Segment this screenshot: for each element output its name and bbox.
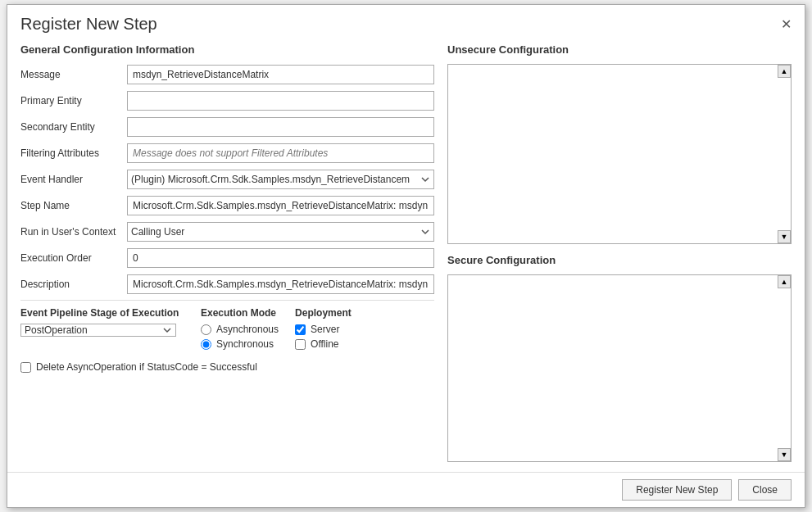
step-name-input[interactable] [127, 196, 434, 215]
sync-label[interactable]: Synchronous [216, 338, 274, 350]
secure-config-textarea[interactable] [448, 275, 776, 461]
bottom-section: Event Pipeline Stage of Execution PostOp… [20, 307, 434, 353]
title-bar: Register New Step ✕ [7, 5, 805, 40]
secure-scroll-down-button[interactable]: ▼ [778, 448, 791, 461]
filtering-attributes-input[interactable] [127, 143, 434, 163]
message-row: Message [20, 64, 434, 85]
secondary-entity-row: Secondary Entity [20, 116, 434, 138]
general-config-title: General Configuration Information [20, 43, 434, 56]
unsecure-scroll-down-button[interactable]: ▼ [778, 230, 791, 243]
execution-mode-label: Execution Mode [201, 307, 279, 319]
sync-radio-row: Synchronous [201, 338, 279, 350]
secondary-entity-label: Secondary Entity [20, 121, 127, 133]
secondary-entity-input[interactable] [127, 117, 434, 137]
event-handler-label: Event Handler [20, 174, 127, 185]
pipeline-stage-group: Event Pipeline Stage of Execution PostOp… [20, 307, 184, 337]
delete-row: Delete AsyncOperation if StatusCode = Su… [20, 361, 434, 373]
async-radio-row: Asynchronous [201, 324, 279, 335]
sync-radio[interactable] [201, 339, 211, 350]
run-user-context-label: Run in User's Context [20, 226, 127, 238]
execution-order-label: Execution Order [20, 252, 127, 264]
execution-mode-group: Execution Mode Asynchronous Synchronous [201, 307, 279, 353]
delete-async-label[interactable]: Delete AsyncOperation if StatusCode = Su… [36, 361, 257, 373]
server-checkbox[interactable] [295, 324, 306, 335]
run-user-context-select[interactable]: Calling User [127, 222, 434, 242]
offline-label[interactable]: Offline [311, 338, 338, 350]
delete-async-checkbox[interactable] [20, 362, 31, 373]
unsecure-config-textarea[interactable] [448, 65, 776, 243]
unsecure-config-box: ▲ ▼ [447, 64, 792, 244]
step-name-row: Step Name [20, 195, 434, 216]
execution-order-row: Execution Order [20, 247, 434, 269]
description-input[interactable] [127, 274, 434, 294]
secure-scroll-up-button[interactable]: ▲ [778, 275, 791, 288]
left-panel: General Configuration Information Messag… [20, 40, 434, 462]
register-new-step-button[interactable]: Register New Step [622, 479, 732, 501]
right-panel: Unsecure Configuration ▲ ▼ Secure Config… [447, 40, 792, 462]
server-checkbox-row: Server [295, 324, 352, 335]
description-row: Description [20, 274, 434, 295]
server-label[interactable]: Server [311, 324, 339, 335]
unsecure-config-section: Unsecure Configuration ▲ ▼ [447, 40, 792, 244]
secure-config-title: Secure Configuration [447, 254, 792, 266]
pipeline-stage-select[interactable]: PostOperation [20, 324, 176, 337]
primary-entity-row: Primary Entity [20, 90, 434, 111]
unsecure-config-title: Unsecure Configuration [447, 43, 792, 56]
close-x-button[interactable]: ✕ [781, 18, 792, 31]
description-label: Description [20, 279, 127, 290]
primary-entity-label: Primary Entity [20, 95, 127, 106]
message-label: Message [20, 69, 127, 80]
event-handler-row: Event Handler (Plugin) Microsoft.Crm.Sdk… [20, 169, 434, 190]
execution-order-input[interactable] [127, 248, 434, 268]
footer: Register New Step Close [7, 472, 805, 507]
dialog-body: General Configuration Information Messag… [7, 40, 805, 472]
filtering-attributes-row: Filtering Attributes [20, 143, 434, 164]
secure-config-section: Secure Configuration ▲ ▼ [447, 251, 792, 462]
message-input[interactable] [127, 65, 434, 84]
pipeline-stage-label: Event Pipeline Stage of Execution [20, 307, 184, 319]
deployment-label: Deployment [295, 307, 352, 319]
step-name-label: Step Name [20, 200, 127, 211]
primary-entity-input[interactable] [127, 91, 434, 111]
secure-config-box: ▲ ▼ [447, 274, 792, 462]
async-radio[interactable] [201, 324, 211, 335]
close-button[interactable]: Close [738, 479, 792, 501]
run-user-context-row: Run in User's Context Calling User [20, 221, 434, 242]
event-handler-select[interactable]: (Plugin) Microsoft.Crm.Sdk.Samples.msdyn… [127, 170, 434, 189]
filtering-attributes-label: Filtering Attributes [20, 147, 127, 159]
offline-checkbox-row: Offline [295, 338, 352, 350]
offline-checkbox[interactable] [295, 339, 306, 350]
dialog: Register New Step ✕ General Configuratio… [7, 4, 805, 508]
deployment-group: Deployment Server Offline [295, 307, 352, 353]
dialog-title: Register New Step [20, 15, 157, 34]
unsecure-scroll-up-button[interactable]: ▲ [778, 65, 791, 78]
async-label[interactable]: Asynchronous [216, 324, 279, 335]
